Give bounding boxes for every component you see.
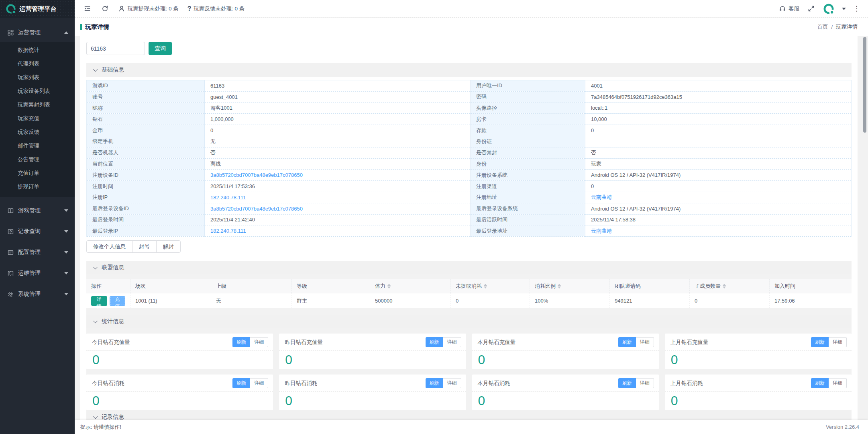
sort-icon[interactable] bbox=[723, 284, 726, 289]
stats-cards-row-1: 今日钻石充值量 刷新详细 0 昨日钻石充值量 刷新详细 0 本月钻石充值量 刷新… bbox=[86, 334, 852, 369]
table-row: 注册时间 2025/11/4 17:53:36 注册渠道 0 bbox=[87, 181, 852, 192]
breadcrumb-home[interactable]: 首页 bbox=[817, 23, 828, 31]
col-members-sortable[interactable]: 子成员数量 bbox=[690, 279, 770, 293]
sidebar-group-ops[interactable]: 运维管理 bbox=[0, 263, 75, 284]
last-login-ip-link[interactable]: 182.240.78.111 bbox=[205, 225, 471, 237]
register-ip-link[interactable]: 182.240.78.111 bbox=[205, 192, 471, 203]
col-ratio-sortable[interactable]: 消耗比例 bbox=[530, 279, 610, 293]
section-basic-info[interactable]: 基础信息 bbox=[86, 63, 852, 77]
sidebar-item-notice-mgmt[interactable]: 公告管理 bbox=[0, 153, 75, 166]
sidebar-group-game[interactable]: 游戏管理 bbox=[0, 200, 75, 221]
title-accent-bar bbox=[80, 24, 82, 30]
avatar[interactable] bbox=[823, 3, 835, 15]
col-stamina-sortable[interactable]: 体力 bbox=[370, 279, 451, 293]
ban-account-button[interactable]: 封号 bbox=[132, 240, 157, 253]
section-alliance-info[interactable]: 联盟信息 bbox=[86, 261, 852, 274]
customer-service-button[interactable]: 客服 bbox=[779, 5, 799, 12]
refresh-icon[interactable] bbox=[100, 4, 109, 13]
stat-card-title: 上月钻石消耗 bbox=[670, 380, 703, 387]
lower-sections: 联盟信息 操作 场次 上级 等级 体力 未提取消耗 消耗比例 团队邀请码 子成员… bbox=[86, 261, 852, 420]
refresh-button[interactable]: 刷新 bbox=[232, 378, 250, 388]
refresh-button[interactable]: 刷新 bbox=[426, 378, 443, 388]
sidebar-item-player-feedback[interactable]: 玩家反馈 bbox=[0, 125, 75, 139]
question-mark-icon: ? bbox=[187, 5, 192, 12]
sidebar-item-player-recharge[interactable]: 玩家充值 bbox=[0, 112, 75, 125]
user-menu-caret-icon[interactable] bbox=[842, 8, 846, 10]
alliance-recharge-button[interactable]: 充值 bbox=[110, 296, 126, 306]
sort-icon[interactable] bbox=[558, 284, 561, 289]
detail-button[interactable]: 详细 bbox=[250, 378, 268, 388]
table-row: 注册设备ID 3a8b5720cbd7007ba48e9eb17c078650 … bbox=[87, 170, 852, 181]
sidebar-item-player-list[interactable]: 玩家列表 bbox=[0, 71, 75, 84]
detail-button[interactable]: 详细 bbox=[829, 337, 847, 347]
field-label: 钻石 bbox=[87, 114, 205, 125]
detail-button[interactable]: 详细 bbox=[829, 378, 847, 388]
topbar: 玩家提现未处理: 0 条 ? 玩家反馈未处理: 0 条 客服 ⋮ bbox=[75, 0, 868, 18]
col-unclaimed-sortable[interactable]: 未提取消耗 bbox=[451, 279, 530, 293]
sidebar-item-recharge-orders[interactable]: 充值订单 bbox=[0, 166, 75, 180]
feedback-pending-notice[interactable]: ? 玩家反馈未处理: 0 条 bbox=[187, 5, 245, 12]
register-address-link[interactable]: 云南曲靖 bbox=[585, 192, 852, 203]
sidebar-submenu-operations: 数据统计 代理列表 玩家列表 玩家设备列表 玩家禁封列表 玩家充值 玩家反馈 邮… bbox=[0, 42, 75, 197]
detail-button[interactable]: 详细 bbox=[443, 337, 461, 347]
last-login-device-id-link[interactable]: 3a8b5720cbd7007ba48e9eb17c078650 bbox=[205, 203, 471, 214]
footer-version: Version 2.26.4 bbox=[826, 424, 859, 430]
chevron-down-icon bbox=[64, 209, 68, 212]
register-device-id-link[interactable]: 3a8b5720cbd7007ba48e9eb17c078650 bbox=[205, 170, 471, 181]
field-label: 最后登录地址 bbox=[471, 225, 585, 237]
sidebar-item-player-device-list[interactable]: 玩家设备列表 bbox=[0, 84, 75, 98]
field-value: 1,000,000 bbox=[205, 114, 471, 125]
title-row: 玩家详情 首页 / 玩家详情 bbox=[75, 18, 868, 36]
collapse-sidebar-icon[interactable] bbox=[83, 4, 92, 13]
field-value: 否 bbox=[205, 147, 471, 158]
detail-button[interactable]: 详细 bbox=[636, 378, 654, 388]
cell-invite-code: 949121 bbox=[610, 293, 690, 308]
sidebar-item-player-ban-list[interactable]: 玩家禁封列表 bbox=[0, 98, 75, 112]
refresh-button[interactable]: 刷新 bbox=[232, 337, 250, 347]
unban-account-button[interactable]: 解封 bbox=[156, 240, 181, 253]
alliance-session-link[interactable]: 1001 (11) bbox=[130, 293, 211, 308]
stat-card-yesterday-recharge: 昨日钻石充值量 刷新详细 0 bbox=[279, 334, 466, 369]
field-label: 注册设备ID bbox=[87, 170, 205, 181]
alliance-detail-button[interactable]: 详情 bbox=[91, 296, 107, 306]
player-id-input[interactable] bbox=[86, 42, 145, 55]
sidebar-item-data-stats[interactable]: 数据统计 bbox=[0, 43, 75, 57]
sidebar-item-mail-mgmt[interactable]: 邮件管理 bbox=[0, 139, 75, 153]
refresh-button[interactable]: 刷新 bbox=[426, 337, 443, 347]
refresh-button[interactable]: 刷新 bbox=[618, 378, 636, 388]
sidebar-item-agent-list[interactable]: 代理列表 bbox=[0, 57, 75, 71]
fullscreen-icon[interactable] bbox=[807, 4, 815, 13]
detail-button[interactable]: 详细 bbox=[636, 337, 654, 347]
more-menu-icon[interactable]: ⋮ bbox=[853, 4, 860, 13]
section-records-info[interactable]: 记录信息 bbox=[86, 410, 852, 420]
field-label: 用户唯一ID bbox=[471, 80, 585, 92]
refresh-button[interactable]: 刷新 bbox=[811, 378, 829, 388]
section-stats-info[interactable]: 统计信息 bbox=[86, 315, 852, 328]
footer-tip: 提示: 请谨慎操作! bbox=[80, 424, 121, 431]
edit-profile-button[interactable]: 修改个人信息 bbox=[86, 240, 132, 253]
stat-card-value: 0 bbox=[472, 351, 659, 367]
detail-button[interactable]: 详细 bbox=[250, 337, 268, 347]
stat-card-month-consume: 本月钻石消耗 刷新详细 0 bbox=[472, 375, 659, 410]
cell-stamina: 500000 bbox=[370, 293, 451, 308]
refresh-button[interactable]: 刷新 bbox=[618, 337, 636, 347]
query-button[interactable]: 查询 bbox=[149, 42, 172, 55]
sidebar-group-label: 运营管理 bbox=[18, 29, 64, 36]
sidebar-group-system[interactable]: 系统管理 bbox=[0, 284, 75, 305]
cell-ratio: 100% bbox=[530, 293, 610, 308]
field-value: 离线 bbox=[205, 158, 471, 170]
field-label: 最后登录设备ID bbox=[87, 203, 205, 214]
field-label: 身份 bbox=[471, 158, 585, 170]
sidebar-item-withdraw-orders[interactable]: 提现订单 bbox=[0, 180, 75, 194]
sidebar-group-config[interactable]: 配置管理 bbox=[0, 242, 75, 263]
sidebar-group-records[interactable]: 记录查询 bbox=[0, 221, 75, 242]
sort-icon[interactable] bbox=[484, 284, 487, 289]
sidebar-group-operations[interactable]: 运营管理 bbox=[0, 23, 75, 42]
last-login-address-link[interactable]: 云南曲靖 bbox=[585, 225, 852, 237]
sort-icon[interactable] bbox=[387, 284, 391, 289]
vertical-scrollbar[interactable] bbox=[863, 37, 866, 133]
withdraw-pending-notice[interactable]: 玩家提现未处理: 0 条 bbox=[118, 5, 179, 12]
detail-button[interactable]: 详细 bbox=[443, 378, 461, 388]
refresh-button[interactable]: 刷新 bbox=[811, 337, 829, 347]
field-value: local::1 bbox=[585, 102, 852, 114]
